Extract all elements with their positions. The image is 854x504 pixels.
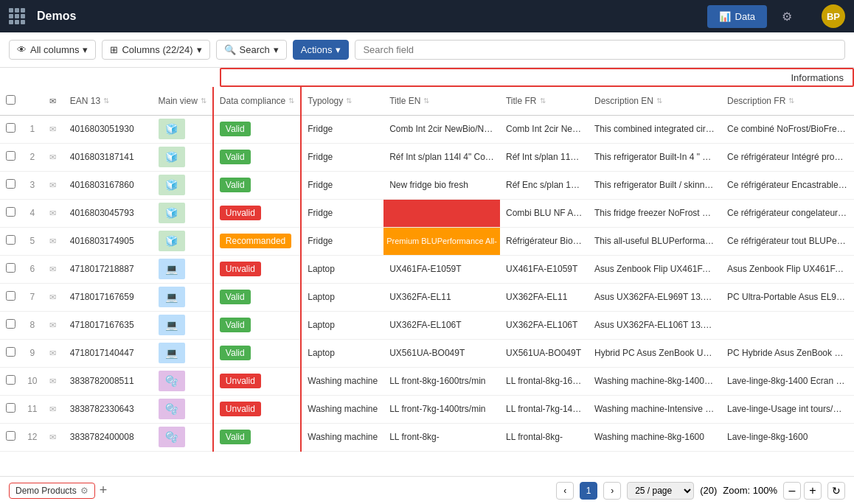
row-msg: ✉ [44,283,64,311]
col-header-typology[interactable]: Typology⇅ [301,87,383,115]
col-header-main-view[interactable]: Main view⇅ [153,87,213,115]
row-msg: ✉ [44,143,64,171]
row-title-fr: Réf Int s/plan 114l 4" Comfort A++ [500,143,589,171]
demo-products-tab[interactable]: Demo Products ⚙ [9,483,95,499]
row-typology: Fridge [301,115,383,143]
table-row: 8 ✉ 4718017167635 💻 Valid Laptop UX362FA… [0,311,854,339]
row-main-view: 💻 [153,311,213,339]
row-desc-en: Asus Zenbook Flip UX461FA-E1059T Ultrabo… [589,255,721,283]
row-main-view: 💻 [153,255,213,283]
row-desc-en: Asus UX362FA-EL969T 13.3 "Ultra-Book PC … [589,283,721,311]
row-num: 3 [21,171,44,199]
row-typology: Washing machine [301,423,383,451]
col-header-msg: ✉ [44,87,64,115]
row-checkbox[interactable] [6,263,15,273]
refresh-button[interactable]: ↻ [827,482,845,500]
row-num: 8 [21,311,44,339]
sort-icon-ean: ⇅ [103,97,109,105]
chevron-down-icon: ▾ [83,44,88,55]
columns-button[interactable]: ⊞ Columns (22/24) ▾ [102,40,209,60]
row-main-view: 🧊 [153,143,213,171]
row-num: 2 [21,143,44,171]
row-desc-en: Washing machine-8kg-1400 revolutions / m… [589,367,721,395]
row-main-view: 🧊 [153,115,213,143]
tab-workflow[interactable]: ⚙ [770,5,804,28]
avatar[interactable]: BP [822,4,845,28]
table-row: 2 ✉ 4016803187141 🧊 Valid Fridge Réf Int… [0,143,854,171]
row-compliance: Unvalid [213,255,301,283]
data-icon: 📊 [719,11,731,22]
search-button[interactable]: 🔍 Search ▾ [216,40,287,60]
row-desc-fr: PC Ultra-Portable Asus EL969T 13,3" Ecra… [721,283,854,311]
tab-data[interactable]: 📊 Data [707,5,767,28]
search-input[interactable] [355,40,845,60]
row-num: 10 [21,367,44,395]
table-row: 9 ✉ 4718017140447 💻 Valid Laptop UX561UA… [0,339,854,367]
row-checkbox[interactable] [6,431,15,441]
row-checkbox[interactable] [6,375,15,385]
table-row: 3 ✉ 4016803167860 🧊 Valid Fridge New fri… [0,171,854,199]
current-page-button[interactable]: 1 [580,482,597,500]
row-desc-fr: Lave-linge-8kg-1600 [721,423,854,451]
row-desc-fr: Asus Zenbook Flip UX461FA-E1059T Ultrabo… [721,255,854,283]
chevron-down-icon-4: ▾ [336,44,341,55]
select-all-checkbox[interactable] [6,95,15,105]
row-main-view: 🧊 [153,227,213,255]
prev-page-button[interactable]: ‹ [556,482,574,500]
col-header-desc-fr[interactable]: Description FR⇅ [721,87,854,115]
row-compliance: Valid [213,143,301,171]
row-compliance: Valid [213,171,301,199]
row-checkbox[interactable] [6,123,15,133]
col-header-num [21,87,44,115]
row-compliance: Valid [213,115,301,143]
row-checkbox-cell [0,311,21,339]
row-checkbox[interactable] [6,347,15,357]
row-main-view: 🧊 [153,199,213,227]
per-page-select[interactable]: 25 / page 50 / page 100 / page [627,482,694,500]
col-header-compliance[interactable]: Data compliance⇅ [213,87,301,115]
col-header-title-en[interactable]: Title EN⇅ [383,87,500,115]
app-title: Demos [37,10,695,23]
sort-icon-typo: ⇅ [346,97,352,105]
table-row: 12 ✉ 3838782400008 🫧 Valid Washing machi… [0,423,854,451]
row-checkbox[interactable] [6,403,15,413]
informations-group-header: Informations [220,68,854,87]
sort-icon-main: ⇅ [201,97,206,105]
row-desc-fr: Lave-linge-Usage int tours/min-Ecran LCD [721,395,854,423]
row-ean: 4016803167860 [64,171,153,199]
row-ean: 4016803174905 [64,227,153,255]
row-main-view: 💻 [153,283,213,311]
zoom-in-button[interactable]: + [804,482,822,500]
row-checkbox[interactable] [6,179,15,189]
table-row: 10 ✉ 3838782008511 🫧 Unvalid Washing mac… [0,367,854,395]
row-checkbox[interactable] [6,319,15,329]
zoom-out-button[interactable]: – [783,482,801,500]
data-table: ✉ EAN 13⇅ Main view⇅ Data compliance⇅ Ty… [0,87,854,452]
col-header-title-fr[interactable]: Title FR⇅ [500,87,589,115]
col-header-desc-en[interactable]: Description EN⇅ [589,87,721,115]
toolbar: 👁 All columns ▾ ⊞ Columns (22/24) ▾ 🔍 Se… [0,32,854,68]
title-en-cell: UX561UA-BO049T [383,339,500,367]
row-checkbox[interactable] [6,207,15,217]
all-columns-button[interactable]: 👁 All columns ▾ [9,40,96,60]
row-title-fr: LL frontal-8kg- [500,423,589,451]
row-title-fr: Réfrigérateur BioFresh tout utile [500,227,589,255]
row-checkbox[interactable] [6,291,15,301]
next-page-button[interactable]: › [603,482,621,500]
row-desc-fr [721,311,854,339]
row-compliance: Valid [213,311,301,339]
title-en-cell: Premium BLUPerformance All- [383,227,500,255]
eye-icon: 👁 [17,44,27,55]
row-main-view: 🫧 [153,423,213,451]
add-tab-button[interactable]: + [100,483,108,498]
row-checkbox[interactable] [6,235,15,245]
row-checkbox[interactable] [6,151,15,161]
row-typology: Washing machine [301,395,383,423]
actions-button[interactable]: Actions ▾ [293,40,350,60]
row-num: 4 [21,199,44,227]
col-header-ean[interactable]: EAN 13⇅ [64,87,153,115]
row-typology: Fridge [301,171,383,199]
row-ean: 3838782400008 [64,423,153,451]
row-ean: 4718017140447 [64,339,153,367]
row-num: 9 [21,339,44,367]
